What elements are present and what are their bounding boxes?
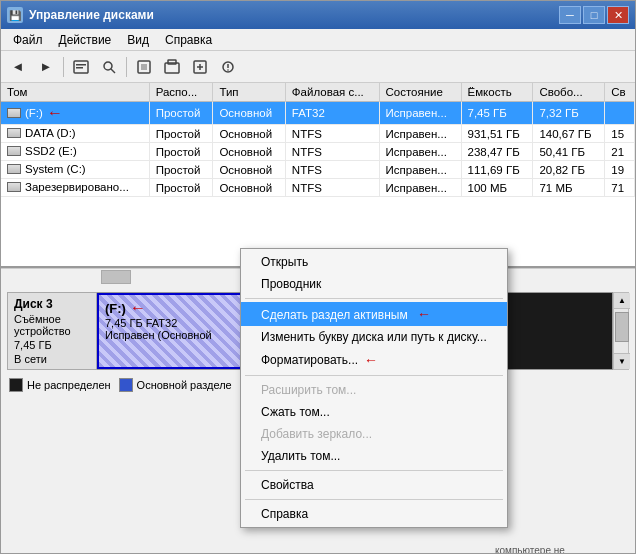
window-title: Управление дисками bbox=[29, 8, 154, 22]
toolbar-separator-2 bbox=[126, 57, 127, 77]
disk-connection: В сети bbox=[14, 353, 90, 365]
title-bar: 💾 Управление дисками ─ □ ✕ bbox=[1, 1, 635, 29]
svg-rect-6 bbox=[141, 64, 147, 70]
cell-free: 7,32 ГБ bbox=[533, 102, 605, 125]
drive-img bbox=[7, 108, 21, 118]
row0-arrow: ← bbox=[47, 104, 63, 122]
cell-type: Основной bbox=[213, 125, 285, 143]
cell-layout: Простой bbox=[149, 125, 213, 143]
col-volume[interactable]: Том bbox=[1, 83, 149, 102]
maximize-button[interactable]: □ bbox=[583, 6, 605, 24]
scroll-thumb[interactable] bbox=[615, 312, 629, 342]
close-button[interactable]: ✕ bbox=[607, 6, 629, 24]
legend-primary: Основной разделе bbox=[119, 378, 232, 392]
cell-fs: FAT32 bbox=[285, 102, 379, 125]
scroll-down-arrow[interactable]: ▼ bbox=[614, 353, 630, 369]
cell-name: DATA (D:) bbox=[1, 125, 149, 143]
svg-line-4 bbox=[111, 69, 115, 73]
col-layout[interactable]: Распо... bbox=[149, 83, 213, 102]
toolbar-btn-4[interactable] bbox=[159, 54, 185, 80]
disk-name: Диск 3 bbox=[14, 297, 90, 311]
ctx-properties[interactable]: Свойства bbox=[241, 474, 507, 496]
drive-icon: System (C:) bbox=[7, 163, 86, 175]
legend-primary-box bbox=[119, 378, 133, 392]
menu-action[interactable]: Действие bbox=[51, 31, 120, 49]
scroll-up-arrow[interactable]: ▲ bbox=[614, 293, 630, 309]
disk-type: Съёмное устройство bbox=[14, 313, 90, 337]
right-scrollbar[interactable]: ▲ ▼ bbox=[613, 292, 629, 370]
drive-icon: DATA (D:) bbox=[7, 127, 76, 139]
table-row[interactable]: DATA (D:) Простой Основной NTFS Исправен… bbox=[1, 125, 635, 143]
col-capacity[interactable]: Ёмкость bbox=[461, 83, 533, 102]
drive-icon: (F:) ← bbox=[7, 104, 63, 122]
ctx-shrink[interactable]: Сжать том... bbox=[241, 401, 507, 423]
ctx-sep-3 bbox=[245, 470, 503, 471]
cell-capacity: 7,45 ГБ bbox=[461, 102, 533, 125]
ctx-format[interactable]: Форматировать... ← bbox=[241, 348, 507, 372]
disk-table-area: Том Распо... Тип Файловая с... Состояние… bbox=[1, 83, 635, 268]
cell-free: 140,67 ГБ bbox=[533, 125, 605, 143]
menu-file[interactable]: Файл bbox=[5, 31, 51, 49]
drive-img bbox=[7, 182, 21, 192]
cell-name: (F:) ← bbox=[1, 102, 149, 125]
svg-rect-8 bbox=[168, 60, 176, 64]
toolbar-btn-1[interactable] bbox=[68, 54, 94, 80]
forward-button[interactable]: ► bbox=[33, 54, 59, 80]
cell-capacity: 931,51 ГБ bbox=[461, 125, 533, 143]
ctx-explorer[interactable]: Проводник bbox=[241, 273, 507, 295]
toolbar-btn-6[interactable] bbox=[215, 54, 241, 80]
svg-point-3 bbox=[104, 62, 112, 70]
back-button[interactable]: ◄ bbox=[5, 54, 31, 80]
ctx-delete[interactable]: Удалить том... bbox=[241, 445, 507, 467]
legend-unallocated-label: Не распределен bbox=[27, 379, 111, 391]
disk-size: 7,45 ГБ bbox=[14, 339, 90, 351]
col-free[interactable]: Свобо... bbox=[533, 83, 605, 102]
drive-img bbox=[7, 164, 21, 174]
minimize-button[interactable]: ─ bbox=[559, 6, 581, 24]
cell-status: Исправен... bbox=[379, 125, 461, 143]
toolbar: ◄ ► bbox=[1, 51, 635, 83]
menu-help[interactable]: Справка bbox=[157, 31, 220, 49]
right-panel-text: компьютере невставлена флэто при томпри … bbox=[495, 544, 615, 553]
table-row[interactable]: SSD2 (E:) Простой Основной NTFS Исправен… bbox=[1, 143, 635, 161]
menu-view[interactable]: Вид bbox=[119, 31, 157, 49]
menu-bar: Файл Действие Вид Справка bbox=[1, 29, 635, 51]
col-filesystem[interactable]: Файловая с... bbox=[285, 83, 379, 102]
ctx-mirror: Добавить зеркало... bbox=[241, 423, 507, 445]
cell-type: Основной bbox=[213, 102, 285, 125]
table-row[interactable]: System (C:) Простой Основной NTFS Исправ… bbox=[1, 161, 635, 179]
cell-name: Зарезервировано... bbox=[1, 179, 149, 197]
toolbar-separator-1 bbox=[63, 57, 64, 77]
cell-name: System (C:) bbox=[1, 161, 149, 179]
title-controls: ─ □ ✕ bbox=[559, 6, 629, 24]
partition-label: (F:) bbox=[105, 301, 126, 316]
cell-status: Исправен... bbox=[379, 102, 461, 125]
ctx-sep-4 bbox=[245, 499, 503, 500]
ctx-sep-1 bbox=[245, 298, 503, 299]
ctx-active-arrow: ← bbox=[417, 306, 431, 322]
table-row[interactable]: (F:) ← Простой Основной FAT32 Исправен..… bbox=[1, 102, 635, 125]
cell-name: SSD2 (E:) bbox=[1, 143, 149, 161]
ctx-make-active[interactable]: Сделать раздел активным ← bbox=[241, 302, 507, 326]
ctx-open[interactable]: Открыть bbox=[241, 251, 507, 273]
table-row[interactable]: Зарезервировано... Простой Основной NTFS… bbox=[1, 179, 635, 197]
col-status[interactable]: Состояние bbox=[379, 83, 461, 102]
col-type[interactable]: Тип bbox=[213, 83, 285, 102]
cell-fs: NTFS bbox=[285, 125, 379, 143]
drive-img bbox=[7, 146, 21, 156]
col-pct[interactable]: Св bbox=[605, 83, 635, 102]
cell-layout: Простой bbox=[149, 102, 213, 125]
ctx-help[interactable]: Справка bbox=[241, 503, 507, 525]
ctx-change-letter[interactable]: Изменить букву диска или путь к диску... bbox=[241, 326, 507, 348]
toolbar-btn-5[interactable] bbox=[187, 54, 213, 80]
ctx-extend: Расширить том... bbox=[241, 379, 507, 401]
legend-primary-label: Основной разделе bbox=[137, 379, 232, 391]
toolbar-btn-2[interactable] bbox=[96, 54, 122, 80]
title-bar-left: 💾 Управление дисками bbox=[7, 7, 154, 23]
toolbar-btn-3[interactable] bbox=[131, 54, 157, 80]
context-menu: Открыть Проводник Сделать раздел активны… bbox=[240, 248, 508, 528]
svg-point-14 bbox=[227, 69, 229, 71]
ctx-format-arrow: ← bbox=[364, 352, 378, 368]
h-scroll-thumb[interactable] bbox=[101, 270, 131, 284]
drive-icon: Зарезервировано... bbox=[7, 181, 129, 193]
